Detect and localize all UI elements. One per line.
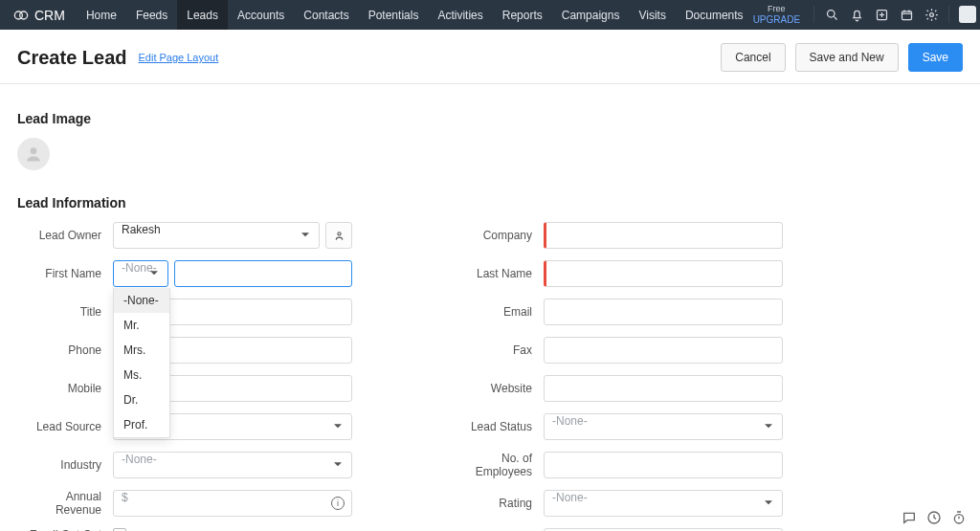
person-icon [24,144,43,164]
label-phone: Phone [17,343,113,357]
section-lead-image-title: Lead Image [17,111,963,126]
nav-item-reports[interactable]: Reports [493,0,552,30]
row-lead-owner: Lead Owner Rakesh [17,222,352,249]
label-email: Email [448,305,544,319]
last-name-input[interactable] [544,260,783,287]
svg-point-11 [929,13,933,17]
label-lead-status: Lead Status [448,420,544,433]
form-column-left: Lead Owner Rakesh First Name -None- [17,222,352,531]
label-website: Website [448,382,544,395]
no-employees-input[interactable] [544,452,783,478]
brand[interactable]: CRM [13,8,65,23]
nav-item-contacts[interactable]: Contacts [294,0,358,30]
industry-select[interactable]: -None- [113,452,352,478]
salutation-option-none[interactable]: -None- [114,288,169,313]
email-input[interactable] [544,299,783,325]
row-annual-revenue: Annual Revenue $ i [17,490,352,517]
form-body: Lead Image Lead Information Lead Owner R… [0,84,980,531]
stopwatch-icon[interactable] [951,510,967,525]
history-icon[interactable] [926,510,942,525]
separator [813,6,814,23]
label-lead-owner: Lead Owner [17,229,113,242]
edit-page-layout-link[interactable]: Edit Page Layout [139,52,219,63]
upgrade-line2: UPGRADE [753,14,800,25]
row-title: Title [17,299,352,325]
label-rating: Rating [448,497,544,510]
lead-owner-select[interactable]: Rakesh [113,222,320,249]
upgrade-button[interactable]: Free UPGRADE [753,5,800,25]
save-and-new-button[interactable]: Save and New [795,43,899,72]
nav-item-home[interactable]: Home [77,0,126,30]
row-rating: Rating -None- [448,490,783,517]
annual-revenue-input[interactable]: $ [113,490,352,517]
fax-input[interactable] [544,337,783,364]
row-fax: Fax [448,337,783,364]
label-last-name: Last Name [448,267,544,280]
annual-revenue-info-icon[interactable]: i [331,497,345,510]
nav-items: Home Feeds Leads Accounts Contacts Poten… [77,0,753,30]
salutation-option-prof[interactable]: Prof. [114,412,169,437]
svg-line-3 [834,16,836,19]
calendar-icon[interactable] [899,7,914,22]
page-header: Create Lead Edit Page Layout Cancel Save… [0,30,980,84]
row-last-name: Last Name [448,260,783,287]
topbar-right: Free UPGRADE [753,5,980,25]
svg-point-14 [954,515,963,523]
row-lead-status: Lead Status -None- [448,413,783,440]
first-name-input[interactable] [174,260,352,287]
salutation-option-ms[interactable]: Ms. [114,363,169,387]
topbar: CRM Home Feeds Leads Accounts Contacts P… [0,0,980,30]
row-no-employees: No. of Employees [448,452,783,478]
salutation-option-mr[interactable]: Mr. [114,313,169,338]
svg-point-2 [827,10,835,17]
label-first-name: First Name [17,267,113,280]
label-mobile: Mobile [17,382,113,395]
plus-box-icon[interactable] [874,7,889,22]
row-website: Website [448,375,783,402]
upgrade-line1: Free [753,5,800,14]
lead-owner-lookup-button[interactable] [325,222,352,249]
salutation-option-mrs[interactable]: Mrs. [114,338,169,363]
nav-item-potentials[interactable]: Potentials [359,0,429,30]
section-lead-info-title: Lead Information [17,195,963,210]
salutation-select[interactable]: -None- [113,260,168,287]
row-email: Email [448,299,783,325]
footer-shortcut-bar [902,510,967,525]
label-title: Title [17,305,113,319]
label-annual-revenue: Annual Revenue [17,490,113,517]
nav-item-accounts[interactable]: Accounts [228,0,294,30]
row-first-name: First Name -None- -None- Mr. Mrs. Ms. Dr… [17,260,352,287]
row-industry: Industry -None- [17,452,352,478]
row-lead-source: Lead Source -None- [17,413,352,440]
gear-icon[interactable] [924,7,939,22]
lead-status-select[interactable]: -None- [544,413,783,440]
form-grid: Lead Owner Rakesh First Name -None- [17,222,963,531]
person-icon [333,230,345,242]
page-actions: Cancel Save and New Save [721,43,963,72]
row-mobile: Mobile [17,375,352,402]
cancel-button[interactable]: Cancel [721,43,785,72]
label-lead-source: Lead Source [17,420,113,433]
brand-logo-icon [13,8,29,23]
search-icon[interactable] [824,7,839,22]
label-industry: Industry [17,458,113,472]
nav-item-leads[interactable]: Leads [177,0,228,30]
nav-item-documents[interactable]: Documents [676,0,753,30]
bell-icon[interactable] [849,7,864,22]
website-input[interactable] [544,375,783,402]
nav-item-feeds[interactable]: Feeds [126,0,177,30]
form-column-right: Company Last Name Email Fax Website Lead [448,222,783,531]
company-input[interactable] [544,222,783,249]
svg-point-1 [20,11,28,19]
nav-item-activities[interactable]: Activities [428,0,492,30]
label-company: Company [448,229,544,242]
chat-icon[interactable] [902,510,917,525]
nav-item-campaigns[interactable]: Campaigns [552,0,630,30]
label-fax: Fax [448,343,544,357]
lead-image-upload[interactable] [17,138,50,170]
rating-select[interactable]: -None- [544,490,783,517]
salutation-option-dr[interactable]: Dr. [114,387,169,412]
user-avatar[interactable] [959,6,976,23]
save-button[interactable]: Save [908,43,963,72]
nav-item-visits[interactable]: Visits [629,0,675,30]
